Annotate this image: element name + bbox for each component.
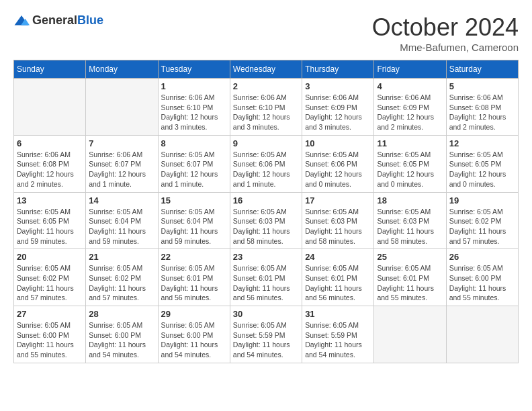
cell-detail: Sunrise: 6:05 AM Sunset: 6:02 PM Dayligh… [89, 263, 154, 303]
day-number: 22 [161, 252, 227, 262]
cell-detail: Sunrise: 6:05 AM Sunset: 6:03 PM Dayligh… [305, 207, 371, 246]
cell-detail: Sunrise: 6:06 AM Sunset: 6:07 PM Dayligh… [89, 150, 154, 189]
calendar-cell: 6Sunrise: 6:06 AM Sunset: 6:08 PM Daylig… [14, 135, 86, 192]
calendar-cell: 25Sunrise: 6:05 AM Sunset: 6:01 PM Dayli… [374, 249, 446, 306]
calendar-cell: 13Sunrise: 6:05 AM Sunset: 6:05 PM Dayli… [14, 192, 86, 249]
cell-detail: Sunrise: 6:06 AM Sunset: 6:09 PM Dayligh… [377, 93, 443, 132]
calendar-header-row: SundayMondayTuesdayWednesdayThursdayFrid… [14, 60, 519, 79]
cell-detail: Sunrise: 6:05 AM Sunset: 5:59 PM Dayligh… [305, 320, 371, 360]
calendar-cell: 19Sunrise: 6:05 AM Sunset: 6:02 PM Dayli… [446, 192, 518, 249]
day-number: 31 [305, 309, 371, 319]
calendar-cell: 5Sunrise: 6:06 AM Sunset: 6:08 PM Daylig… [446, 79, 518, 136]
cell-detail: Sunrise: 6:05 AM Sunset: 6:06 PM Dayligh… [305, 150, 371, 189]
day-header-sunday: Sunday [14, 60, 86, 79]
day-number: 1 [161, 81, 227, 91]
calendar-cell: 20Sunrise: 6:05 AM Sunset: 6:02 PM Dayli… [14, 249, 86, 306]
day-number: 4 [377, 81, 443, 91]
day-header-friday: Friday [374, 60, 446, 79]
calendar-week-4: 20Sunrise: 6:05 AM Sunset: 6:02 PM Dayli… [14, 249, 519, 306]
calendar-cell: 15Sunrise: 6:05 AM Sunset: 6:04 PM Dayli… [158, 192, 230, 249]
cell-detail: Sunrise: 6:05 AM Sunset: 6:05 PM Dayligh… [449, 150, 515, 189]
day-header-thursday: Thursday [302, 60, 374, 79]
calendar-cell [446, 306, 518, 363]
calendar-cell: 7Sunrise: 6:06 AM Sunset: 6:07 PM Daylig… [86, 135, 158, 192]
calendar-cell: 27Sunrise: 6:05 AM Sunset: 6:00 PM Dayli… [14, 306, 86, 363]
day-number: 17 [305, 195, 371, 205]
calendar-cell: 1Sunrise: 6:06 AM Sunset: 6:10 PM Daylig… [158, 79, 230, 136]
day-header-saturday: Saturday [446, 60, 518, 79]
cell-detail: Sunrise: 6:05 AM Sunset: 6:02 PM Dayligh… [17, 263, 83, 303]
cell-detail: Sunrise: 6:05 AM Sunset: 6:04 PM Dayligh… [89, 207, 154, 246]
day-number: 3 [305, 81, 371, 91]
cell-detail: Sunrise: 6:05 AM Sunset: 6:00 PM Dayligh… [161, 320, 227, 360]
calendar-cell [86, 79, 158, 136]
day-number: 15 [161, 195, 227, 205]
day-number: 8 [161, 138, 227, 148]
day-number: 23 [233, 252, 299, 262]
calendar-cell: 4Sunrise: 6:06 AM Sunset: 6:09 PM Daylig… [374, 79, 446, 136]
calendar-cell: 24Sunrise: 6:05 AM Sunset: 6:01 PM Dayli… [302, 249, 374, 306]
calendar-cell: 11Sunrise: 6:05 AM Sunset: 6:05 PM Dayli… [374, 135, 446, 192]
calendar-cell: 31Sunrise: 6:05 AM Sunset: 5:59 PM Dayli… [302, 306, 374, 363]
calendar-cell: 17Sunrise: 6:05 AM Sunset: 6:03 PM Dayli… [302, 192, 374, 249]
day-header-wednesday: Wednesday [230, 60, 302, 79]
day-header-tuesday: Tuesday [158, 60, 230, 79]
calendar-cell: 3Sunrise: 6:06 AM Sunset: 6:09 PM Daylig… [302, 79, 374, 136]
cell-detail: Sunrise: 6:05 AM Sunset: 6:00 PM Dayligh… [17, 320, 83, 360]
logo-icon [13, 14, 30, 28]
cell-detail: Sunrise: 6:05 AM Sunset: 6:03 PM Dayligh… [377, 207, 443, 246]
calendar-cell: 10Sunrise: 6:05 AM Sunset: 6:06 PM Dayli… [302, 135, 374, 192]
calendar-week-5: 27Sunrise: 6:05 AM Sunset: 6:00 PM Dayli… [14, 306, 519, 363]
day-number: 29 [161, 309, 227, 319]
calendar-cell: 29Sunrise: 6:05 AM Sunset: 6:00 PM Dayli… [158, 306, 230, 363]
calendar-table: SundayMondayTuesdayWednesdayThursdayFrid… [13, 60, 519, 363]
cell-detail: Sunrise: 6:06 AM Sunset: 6:09 PM Dayligh… [305, 93, 371, 132]
calendar-week-3: 13Sunrise: 6:05 AM Sunset: 6:05 PM Dayli… [14, 192, 519, 249]
calendar-cell: 8Sunrise: 6:05 AM Sunset: 6:07 PM Daylig… [158, 135, 230, 192]
day-number: 2 [233, 81, 299, 91]
day-number: 13 [17, 195, 83, 205]
calendar-cell: 28Sunrise: 6:05 AM Sunset: 6:00 PM Dayli… [86, 306, 158, 363]
cell-detail: Sunrise: 6:05 AM Sunset: 6:01 PM Dayligh… [377, 263, 443, 303]
calendar-cell: 2Sunrise: 6:06 AM Sunset: 6:10 PM Daylig… [230, 79, 302, 136]
day-number: 27 [17, 309, 83, 319]
cell-detail: Sunrise: 6:05 AM Sunset: 6:00 PM Dayligh… [449, 263, 515, 303]
day-number: 12 [449, 138, 515, 148]
day-number: 9 [233, 138, 299, 148]
cell-detail: Sunrise: 6:05 AM Sunset: 6:01 PM Dayligh… [161, 263, 227, 303]
calendar-week-2: 6Sunrise: 6:06 AM Sunset: 6:08 PM Daylig… [14, 135, 519, 192]
day-number: 24 [305, 252, 371, 262]
day-number: 25 [377, 252, 443, 262]
cell-detail: Sunrise: 6:05 AM Sunset: 6:01 PM Dayligh… [305, 263, 371, 303]
calendar-cell [374, 306, 446, 363]
cell-detail: Sunrise: 6:06 AM Sunset: 6:08 PM Dayligh… [17, 150, 83, 189]
day-number: 21 [89, 252, 154, 262]
calendar-cell: 9Sunrise: 6:05 AM Sunset: 6:06 PM Daylig… [230, 135, 302, 192]
cell-detail: Sunrise: 6:05 AM Sunset: 6:05 PM Dayligh… [377, 150, 443, 189]
day-number: 10 [305, 138, 371, 148]
calendar-cell [14, 79, 86, 136]
calendar-cell: 26Sunrise: 6:05 AM Sunset: 6:00 PM Dayli… [446, 249, 518, 306]
cell-detail: Sunrise: 6:06 AM Sunset: 6:10 PM Dayligh… [161, 93, 227, 132]
day-number: 30 [233, 309, 299, 319]
cell-detail: Sunrise: 6:05 AM Sunset: 6:05 PM Dayligh… [17, 207, 83, 246]
day-number: 14 [89, 195, 154, 205]
logo-general: General [32, 13, 77, 27]
calendar-cell: 23Sunrise: 6:05 AM Sunset: 6:01 PM Dayli… [230, 249, 302, 306]
day-number: 20 [17, 252, 83, 262]
cell-detail: Sunrise: 6:06 AM Sunset: 6:08 PM Dayligh… [449, 93, 515, 132]
logo-blue: Blue [77, 13, 103, 27]
day-number: 28 [89, 309, 154, 319]
calendar-cell: 18Sunrise: 6:05 AM Sunset: 6:03 PM Dayli… [374, 192, 446, 249]
cell-detail: Sunrise: 6:05 AM Sunset: 6:06 PM Dayligh… [233, 150, 299, 189]
cell-detail: Sunrise: 6:05 AM Sunset: 6:04 PM Dayligh… [161, 207, 227, 246]
day-number: 19 [449, 195, 515, 205]
day-number: 26 [449, 252, 515, 262]
cell-detail: Sunrise: 6:05 AM Sunset: 6:07 PM Dayligh… [161, 150, 227, 189]
day-number: 11 [377, 138, 443, 148]
cell-detail: Sunrise: 6:05 AM Sunset: 6:00 PM Dayligh… [89, 320, 154, 360]
calendar-cell: 12Sunrise: 6:05 AM Sunset: 6:05 PM Dayli… [446, 135, 518, 192]
calendar-cell: 21Sunrise: 6:05 AM Sunset: 6:02 PM Dayli… [86, 249, 158, 306]
month-title: October 2024 [372, 13, 519, 42]
calendar-cell: 14Sunrise: 6:05 AM Sunset: 6:04 PM Dayli… [86, 192, 158, 249]
